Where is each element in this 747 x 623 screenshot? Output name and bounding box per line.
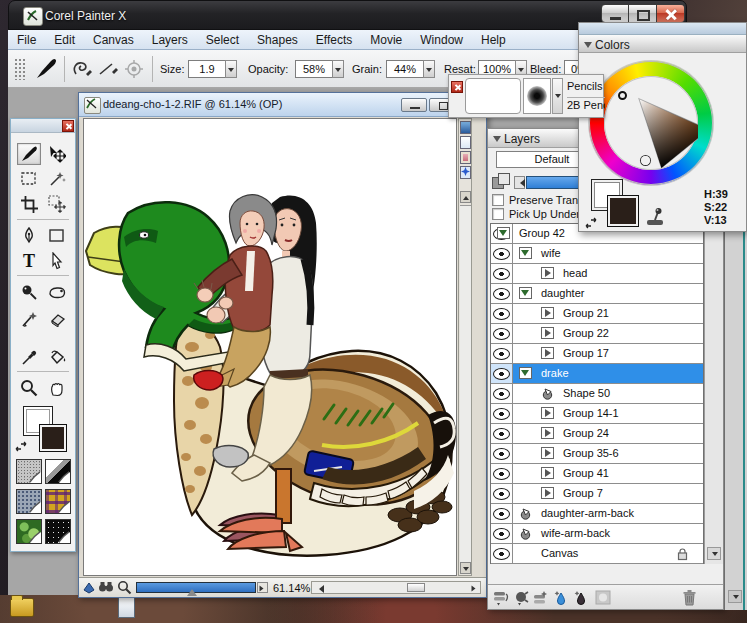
scroll-up-button[interactable]	[460, 191, 471, 203]
menu-help[interactable]: Help	[472, 33, 515, 47]
menu-movie[interactable]: Movie	[361, 33, 411, 47]
sv-marker[interactable]	[641, 156, 650, 165]
hue-marker[interactable]	[618, 91, 627, 100]
stamp-icon[interactable]	[124, 59, 146, 81]
layer-row[interactable]: Group 14-1	[491, 404, 703, 424]
close-button[interactable]	[657, 4, 685, 23]
group-closed-icon[interactable]	[541, 267, 554, 279]
group-open-icon[interactable]	[497, 227, 510, 239]
zoom-slider-right-button[interactable]	[257, 582, 268, 593]
visibility-toggle[interactable]	[491, 424, 513, 443]
nozzle-tool[interactable]	[45, 281, 69, 303]
back-color-swatch[interactable]	[39, 424, 67, 452]
hscroll-thumb[interactable]	[407, 583, 425, 592]
visibility-toggle[interactable]	[491, 544, 513, 563]
document-minimize-button[interactable]	[401, 98, 427, 112]
binoculars-icon[interactable]	[98, 581, 114, 596]
colors-back-swatch[interactable]	[607, 195, 639, 227]
swap-colors-icon[interactable]	[15, 441, 27, 455]
new-liquid-ink-layer-icon[interactable]	[572, 589, 590, 606]
preserve-transparency-checkbox[interactable]	[492, 194, 504, 206]
gradient-selector[interactable]	[45, 459, 71, 484]
menu-canvas[interactable]: Canvas	[84, 33, 143, 47]
crop-tool[interactable]	[17, 193, 41, 215]
brush-dab-preview[interactable]	[523, 78, 551, 114]
impasto-icon[interactable]	[460, 166, 471, 179]
tracing-paper-icon[interactable]	[460, 136, 471, 149]
visibility-toggle[interactable]	[491, 324, 513, 343]
visibility-toggle[interactable]	[491, 444, 513, 463]
pen-tool[interactable]	[17, 225, 41, 247]
group-closed-icon[interactable]	[541, 487, 554, 499]
sparkle-brush-tool[interactable]	[17, 308, 41, 330]
visibility-toggle[interactable]	[491, 284, 513, 303]
magnifier-tool[interactable]	[17, 377, 41, 399]
pattern-selector[interactable]	[16, 489, 42, 514]
brush-selector-dropdown[interactable]	[552, 78, 563, 114]
minimize-button[interactable]	[601, 4, 629, 23]
menu-shapes[interactable]: Shapes	[248, 33, 307, 47]
swap-colors-icon[interactable]	[585, 217, 597, 231]
group-closed-icon[interactable]	[541, 467, 554, 479]
delete-layer-icon[interactable]	[680, 589, 698, 606]
shape-selection-tool[interactable]	[45, 250, 69, 272]
colors-panel-header[interactable]: Colors	[579, 35, 746, 53]
weave-selector[interactable]	[45, 489, 71, 514]
drawer-toggle-icon[interactable]	[460, 121, 471, 134]
collapse-triangle-icon[interactable]	[584, 42, 592, 52]
text-tool[interactable]: T	[17, 250, 41, 272]
visibility-toggle[interactable]	[491, 264, 513, 283]
layer-row[interactable]: Group 21	[491, 304, 703, 324]
desktop-folder-icon[interactable]	[10, 598, 34, 617]
pick-up-underlying-checkbox[interactable]	[492, 208, 504, 220]
brush-selector-close-icon[interactable]	[451, 81, 463, 93]
opacity-slider-left-button[interactable]	[514, 176, 525, 189]
eraser-tool[interactable]	[45, 308, 69, 330]
visibility-toggle[interactable]	[491, 244, 513, 263]
group-open-icon[interactable]	[519, 367, 532, 379]
freehand-stroke-icon[interactable]	[70, 58, 94, 82]
straight-stroke-icon[interactable]	[96, 58, 120, 82]
colors-panel-grab-bar[interactable]	[579, 23, 746, 35]
layer-row[interactable]: Shape 50	[491, 384, 703, 404]
vertical-scrollbar[interactable]	[460, 205, 471, 562]
new-layer-icon[interactable]	[532, 589, 550, 606]
group-closed-icon[interactable]	[541, 307, 554, 319]
layer-row[interactable]: Group 24	[491, 424, 703, 444]
zoom-magnifier-icon[interactable]	[117, 580, 132, 597]
rect-shape-tool[interactable]	[45, 225, 69, 247]
desktop-document-icon[interactable]	[118, 597, 135, 618]
menu-window[interactable]: Window	[411, 33, 472, 47]
toolbar-grip[interactable]	[14, 58, 26, 80]
group-closed-icon[interactable]	[541, 427, 554, 439]
menu-file[interactable]: File	[8, 33, 45, 47]
layers-scrollbar[interactable]	[704, 223, 723, 564]
visibility-toggle[interactable]	[491, 304, 513, 323]
group-open-icon[interactable]	[519, 287, 532, 299]
layer-row[interactable]: daughter-arm-back	[491, 504, 703, 524]
paper-selector[interactable]	[16, 459, 42, 484]
menu-edit[interactable]: Edit	[45, 33, 84, 47]
layer-row[interactable]: daughter	[491, 284, 703, 304]
dynamic-plugins-icon[interactable]	[512, 589, 530, 606]
opacity-dropdown[interactable]	[332, 60, 344, 78]
size-dropdown[interactable]	[225, 60, 237, 78]
magic-wand-tool[interactable]	[45, 168, 69, 190]
new-watercolor-layer-icon[interactable]	[552, 589, 570, 606]
layer-mask-icon[interactable]	[594, 589, 612, 606]
visibility-toggle[interactable]	[491, 524, 513, 543]
opacity-input[interactable]: 58%	[295, 60, 333, 78]
menu-select[interactable]: Select	[197, 33, 248, 47]
visibility-toggle[interactable]	[491, 404, 513, 423]
grabber-hand-tool[interactable]	[45, 377, 69, 399]
nozzle-selector[interactable]	[16, 519, 42, 544]
grain-dropdown[interactable]	[423, 60, 435, 78]
group-closed-icon[interactable]	[541, 347, 554, 359]
document-title-bar[interactable]: ddeang-cho-1-2.RIF @ 61.14% (OP)	[79, 93, 486, 117]
selection-adjuster-tool[interactable]	[45, 193, 69, 215]
layer-adjuster-tool[interactable]	[45, 143, 69, 165]
maximize-button[interactable]	[629, 4, 657, 23]
layer-row[interactable]: wife-arm-back	[491, 524, 703, 544]
group-closed-icon[interactable]	[541, 407, 554, 419]
visibility-toggle[interactable]	[491, 464, 513, 483]
